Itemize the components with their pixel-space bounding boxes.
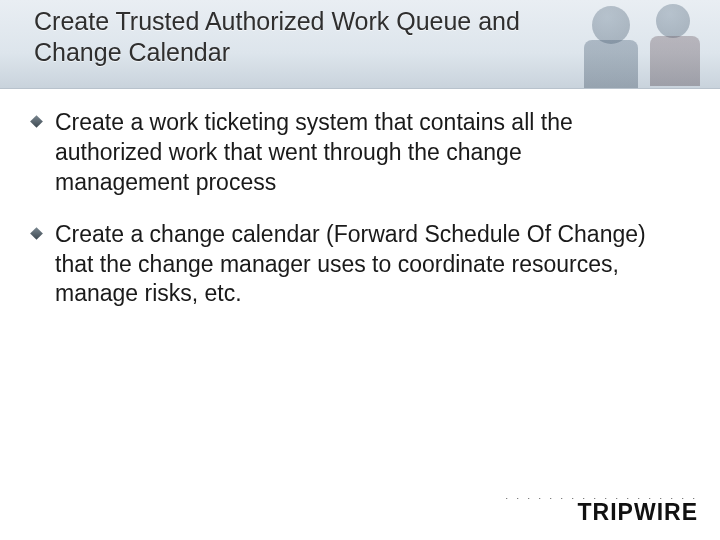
slide-title: Create Trusted Authorized Work Queue and… <box>34 6 570 69</box>
slide: Create Trusted Authorized Work Queue and… <box>0 0 720 540</box>
bullet-text: Create a change calendar (Forward Schedu… <box>55 220 660 310</box>
header-background-figures <box>570 0 720 88</box>
title-band: Create Trusted Authorized Work Queue and… <box>0 0 720 89</box>
bullet-text: Create a work ticketing system that cont… <box>55 108 660 198</box>
bullet-item: Create a change calendar (Forward Schedu… <box>30 220 660 310</box>
diamond-bullet-icon <box>30 115 43 128</box>
slide-content: Create a work ticketing system that cont… <box>30 108 660 331</box>
logo-text: TRIPWIRE <box>505 499 698 526</box>
bullet-item: Create a work ticketing system that cont… <box>30 108 660 198</box>
footer-logo: · · · · · · · · · · · · · · · · · · TRIP… <box>505 493 698 526</box>
diamond-bullet-icon <box>30 227 43 240</box>
